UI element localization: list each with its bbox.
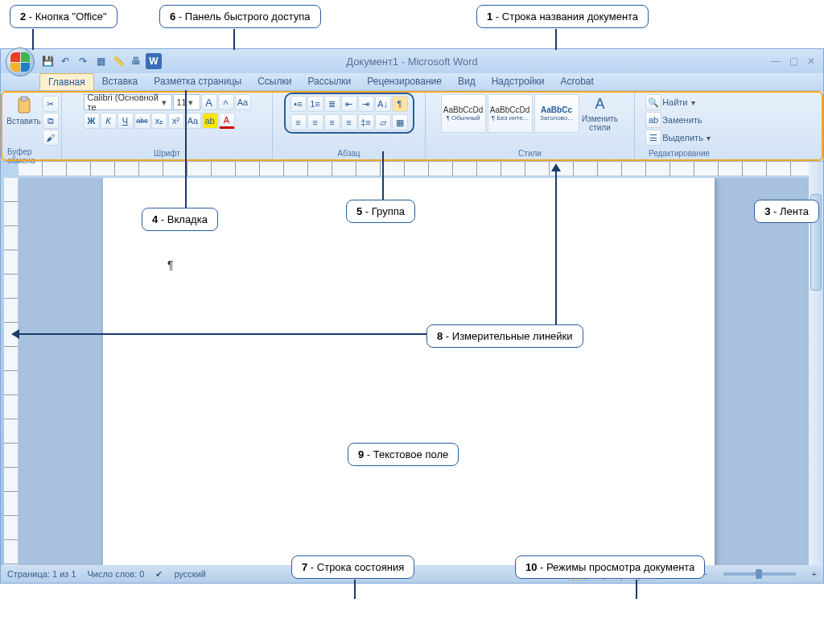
- paste-button[interactable]: Вставить: [7, 94, 41, 127]
- callout-6: 6 - Панель быстрого доступа: [159, 5, 321, 28]
- select-icon: ☰: [645, 130, 661, 146]
- tab-references[interactable]: Ссылки: [249, 73, 299, 90]
- vertical-ruler[interactable]: [4, 178, 19, 583]
- horizontal-ruler[interactable]: [19, 162, 823, 176]
- style-nospacing[interactable]: AaBbCcDd¶ Без инте...: [488, 94, 533, 133]
- quick-access-toolbar: 💾 ↶ ↷ ▦ 📏 🖶 W: [39, 53, 162, 69]
- copy-icon[interactable]: ⧉: [43, 113, 59, 129]
- word-window: 💾 ↶ ↷ ▦ 📏 🖶 W Документ1 - Microsoft Word…: [0, 48, 824, 584]
- subscript-button[interactable]: x₂: [151, 113, 167, 129]
- change-styles-button[interactable]: A Изменить стили: [581, 94, 620, 134]
- group-label-clipboard: Буфер обмена: [7, 146, 58, 165]
- tab-home[interactable]: Главная: [39, 73, 94, 90]
- tab-acrobat[interactable]: Acrobat: [553, 73, 602, 90]
- replace-icon: ab: [645, 112, 661, 128]
- document-area: ¶: [19, 178, 820, 565]
- callout-8: 8 - Измерительные линейки: [426, 324, 583, 348]
- numbering-button[interactable]: 1≡: [307, 96, 323, 112]
- office-button[interactable]: [6, 47, 35, 76]
- group-label-styles: Стили: [518, 147, 542, 158]
- indent-inc-button[interactable]: ⇥: [358, 96, 374, 112]
- zoom-in-button[interactable]: +: [812, 569, 817, 579]
- window-controls: — ▢ ✕: [768, 56, 818, 67]
- borders-button[interactable]: ▦: [392, 114, 408, 130]
- clear-format-button[interactable]: Aa: [235, 94, 251, 110]
- maximize-icon[interactable]: ▢: [786, 56, 801, 67]
- bullets-button[interactable]: •≡: [290, 96, 307, 112]
- callout-1: 1 - Строка названия документа: [476, 5, 649, 28]
- grow-font-button[interactable]: A: [201, 94, 217, 110]
- ribbon: Вставить ✂ ⧉ 🖌 Буфер обмена Calibri (Осн…: [1, 91, 823, 162]
- print-icon[interactable]: 🖶: [128, 53, 144, 69]
- paste-icon: [14, 96, 34, 115]
- group-clipboard: Вставить ✂ ⧉ 🖌 Буфер обмена: [4, 93, 62, 159]
- cut-icon[interactable]: ✂: [43, 96, 59, 112]
- change-styles-icon: A: [595, 96, 604, 113]
- italic-button[interactable]: К: [101, 113, 117, 129]
- underline-button[interactable]: Ч: [117, 113, 134, 129]
- minimize-icon[interactable]: —: [768, 56, 783, 67]
- group-editing: 🔍Найти▾ abЗаменить ☰Выделить▾ Редактиров…: [635, 93, 723, 159]
- bold-button[interactable]: Ж: [84, 113, 100, 129]
- svg-rect-1: [21, 97, 27, 101]
- tab-insert[interactable]: Вставка: [94, 73, 146, 90]
- callout-5: 5 - Группа: [346, 200, 415, 223]
- align-center-button[interactable]: ≡: [307, 114, 323, 130]
- callout-9: 9 - Текстовое поле: [348, 443, 459, 466]
- sort-button[interactable]: A↓: [375, 96, 391, 112]
- group-font: Calibri (Основной те▾ 11▾ A A Aa Ж К Ч a…: [62, 93, 273, 159]
- show-marks-button[interactable]: ¶: [392, 96, 408, 112]
- format-painter-icon[interactable]: 🖌: [43, 130, 59, 146]
- shrink-font-button[interactable]: A: [218, 94, 234, 110]
- paragraph-mark-icon: ¶: [167, 258, 174, 271]
- font-name-select[interactable]: Calibri (Основной те▾: [84, 94, 172, 110]
- group-paragraph: •≡ 1≡ ≣ ⇤ ⇥ A↓ ¶ ≡ ≡ ≡ ≡ ‡≡ ▱ ▦: [273, 93, 426, 159]
- document-title: Документ1 - Microsoft Word: [346, 56, 478, 68]
- close-icon[interactable]: ✕: [804, 56, 818, 67]
- proofing-icon[interactable]: ✔: [155, 569, 163, 580]
- ruler-icon[interactable]: 📏: [110, 53, 126, 69]
- office-logo-icon: [10, 52, 30, 72]
- font-color-button[interactable]: A: [219, 113, 235, 129]
- line-spacing-button[interactable]: ‡≡: [358, 114, 374, 130]
- multilevel-button[interactable]: ≣: [324, 96, 340, 112]
- indent-dec-button[interactable]: ⇤: [341, 96, 357, 112]
- word-icon[interactable]: W: [146, 53, 162, 69]
- strike-button[interactable]: abc: [134, 113, 150, 129]
- tab-review[interactable]: Рецензирование: [359, 73, 450, 90]
- status-words[interactable]: Число слов: 0: [88, 569, 145, 579]
- ribbon-tabs: Главная Вставка Разметка страницы Ссылки…: [1, 73, 823, 91]
- change-case-button[interactable]: Aa: [185, 113, 201, 129]
- redo-icon[interactable]: ↷: [75, 53, 91, 69]
- undo-icon[interactable]: ↶: [57, 53, 73, 69]
- tab-mailings[interactable]: Рассылки: [299, 73, 359, 90]
- callout-7: 7 - Строка состояния: [291, 555, 414, 579]
- superscript-button[interactable]: x²: [168, 113, 184, 129]
- page[interactable]: ¶: [103, 178, 715, 565]
- group-label-editing: Редактирование: [649, 147, 710, 158]
- shading-button[interactable]: ▱: [375, 114, 391, 130]
- group-styles: AaBbCcDd¶ Обычный AaBbCcDd¶ Без инте... …: [426, 93, 635, 159]
- callout-10: 10 - Режимы просмотра документа: [515, 555, 705, 579]
- align-right-button[interactable]: ≡: [324, 114, 340, 130]
- style-normal[interactable]: AaBbCcDd¶ Обычный: [441, 94, 486, 133]
- save-icon[interactable]: 💾: [39, 53, 56, 69]
- callout-4: 4 - Вкладка: [142, 208, 218, 231]
- zoom-slider[interactable]: [723, 572, 796, 576]
- table-icon[interactable]: ▦: [93, 53, 109, 69]
- status-language[interactable]: русский: [174, 569, 205, 579]
- tab-view[interactable]: Вид: [450, 73, 484, 90]
- align-justify-button[interactable]: ≡: [341, 114, 357, 130]
- tab-layout[interactable]: Разметка страницы: [146, 73, 249, 90]
- find-icon: 🔍: [645, 94, 661, 110]
- replace-button[interactable]: Заменить: [662, 115, 702, 125]
- select-button[interactable]: Выделить: [662, 133, 703, 142]
- find-button[interactable]: Найти: [662, 97, 687, 107]
- align-left-button[interactable]: ≡: [290, 114, 307, 130]
- callout-2: 2 - Кнопка "Office": [10, 5, 117, 28]
- highlight-button[interactable]: ab: [202, 113, 218, 129]
- status-page[interactable]: Страница: 1 из 1: [7, 569, 76, 579]
- style-heading[interactable]: AaBbCcЗаголово...: [534, 94, 579, 133]
- tab-addins[interactable]: Надстройки: [484, 73, 553, 90]
- group-label-paragraph: Абзац: [337, 147, 360, 158]
